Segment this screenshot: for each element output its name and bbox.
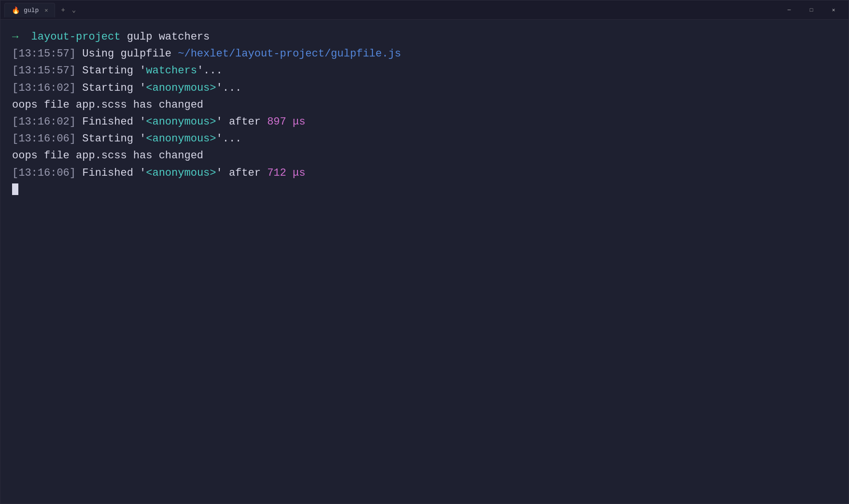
terminal-text: watchers <box>146 62 197 79</box>
terminal-text: 897 <box>267 113 286 130</box>
terminal-text: ' after <box>216 165 268 182</box>
terminal-text: Finished ' <box>76 165 146 182</box>
terminal-text: ' after <box>216 113 268 130</box>
new-tab-button[interactable]: + <box>59 5 67 15</box>
terminal-body[interactable]: → layout-project gulp watchers[13:15:57]… <box>0 20 849 504</box>
terminal-text: '... <box>216 130 242 147</box>
terminal-text: '... <box>197 62 223 79</box>
terminal-text: [13:15:57] <box>12 45 76 62</box>
minimize-button[interactable]: ─ <box>778 2 800 18</box>
terminal-text: [13:16:06] <box>12 165 76 182</box>
dropdown-chevron[interactable]: ⌄ <box>70 5 78 15</box>
terminal-text: 712 <box>267 165 286 182</box>
terminal-line: [13:16:06] Starting '<anonymous>'... <box>12 130 837 147</box>
terminal-text: oops file app.scss has changed <box>12 97 203 113</box>
titlebar: 🔥 gulp ✕ + ⌄ ─ □ ✕ <box>0 0 849 20</box>
restore-button[interactable]: □ <box>800 2 822 18</box>
terminal-cursor <box>12 183 18 195</box>
terminal-text: Using gulpfile <box>76 45 178 62</box>
terminal-text: Finished ' <box>76 113 146 130</box>
terminal-text: Starting ' <box>76 62 146 79</box>
terminal-text: ~/hexlet/layout-project/gulpfile.js <box>178 45 401 62</box>
titlebar-actions: + ⌄ <box>59 5 78 15</box>
terminal-text: <anonymous> <box>146 165 216 182</box>
terminal-text: watchers <box>159 28 210 45</box>
terminal-tab[interactable]: 🔥 gulp ✕ <box>4 3 55 17</box>
terminal-text: → <box>12 28 18 45</box>
terminal-line: [13:15:57] Using gulpfile ~/hexlet/layou… <box>12 45 837 62</box>
terminal-text: '... <box>216 80 242 97</box>
terminal-text: layout-project <box>18 28 120 45</box>
terminal-window: 🔥 gulp ✕ + ⌄ ─ □ ✕ → layout-project gulp… <box>0 0 849 504</box>
tab-close-button[interactable]: ✕ <box>44 7 48 14</box>
terminal-text: Starting ' <box>76 130 146 147</box>
close-button[interactable]: ✕ <box>822 2 845 18</box>
terminal-text: [13:16:06] <box>12 130 76 147</box>
cursor-line <box>12 182 837 195</box>
gulp-icon: 🔥 <box>12 6 20 14</box>
terminal-text: μs <box>286 165 306 182</box>
terminal-line: oops file app.scss has changed <box>12 97 837 113</box>
terminal-line: [13:15:57] Starting 'watchers'... <box>12 62 837 79</box>
terminal-text: [13:16:02] <box>12 113 76 130</box>
terminal-text: oops file app.scss has changed <box>12 147 203 164</box>
terminal-text: [13:15:57] <box>12 62 76 79</box>
terminal-text: μs <box>286 113 306 130</box>
terminal-line: [13:16:02] Starting '<anonymous>'... <box>12 80 837 97</box>
terminal-line: oops file app.scss has changed <box>12 147 837 164</box>
terminal-line: [13:16:02] Finished '<anonymous>' after … <box>12 113 837 130</box>
window-controls: ─ □ ✕ <box>778 2 845 18</box>
tab-title: gulp <box>24 7 39 14</box>
terminal-text: [13:16:02] <box>12 80 76 97</box>
terminal-line: → layout-project gulp watchers <box>12 28 837 45</box>
terminal-text: Starting ' <box>76 80 146 97</box>
terminal-text: <anonymous> <box>146 80 216 97</box>
terminal-text: <anonymous> <box>146 130 216 147</box>
terminal-text: gulp <box>120 28 158 45</box>
terminal-line: [13:16:06] Finished '<anonymous>' after … <box>12 165 837 182</box>
terminal-text: <anonymous> <box>146 113 216 130</box>
